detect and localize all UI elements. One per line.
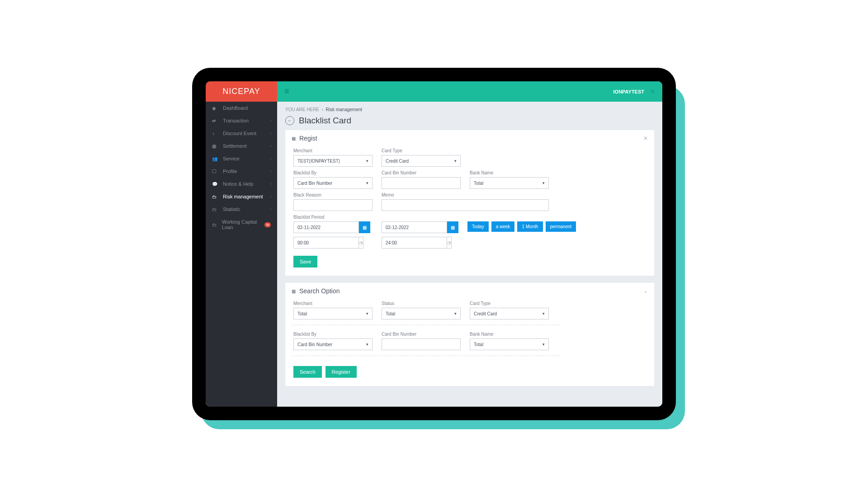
- divider: [292, 325, 560, 325]
- topbar-username[interactable]: IONPAYTEST: [613, 89, 644, 94]
- chevron-down-icon[interactable]: ⌄: [643, 288, 648, 294]
- search-bank-name-select[interactable]: Total: [470, 338, 549, 350]
- sidebar-item-label: Transaction: [223, 118, 249, 123]
- sidebar-item-transaction[interactable]: ⇄ Transaction ‹: [206, 114, 277, 127]
- card-type-label: Card Type: [382, 148, 461, 153]
- sidebar-item-label: Settlement: [223, 143, 247, 149]
- search-blacklist-by-label: Blacklist By: [293, 332, 373, 337]
- date-to-input[interactable]: [382, 221, 447, 233]
- sidebar-item-working-capital-loan[interactable]: 🗀 Working Capital Loan N: [206, 216, 277, 234]
- sidebar-item-risk-management[interactable]: 🗀 Risk management ‹: [206, 190, 277, 203]
- main-area: ≡ IONPAYTEST ⚙ YOU ARE HERE › Risk manag…: [277, 81, 662, 407]
- merchant-label: Merchant: [293, 148, 373, 153]
- sidebar-item-label: Working Capital Loan: [222, 219, 262, 230]
- chevron-left-icon: ‹: [270, 182, 272, 186]
- sidebar-item-label: DashBoard: [223, 105, 248, 111]
- blacklist-by-label: Blacklist By: [293, 170, 373, 175]
- memo-label: Memo: [382, 192, 549, 197]
- black-reason-input[interactable]: [293, 199, 373, 211]
- search-card-type-label: Card Type: [470, 301, 549, 306]
- card-type-select[interactable]: Credit Card: [382, 155, 461, 167]
- chevron-left-icon: ‹: [270, 194, 272, 199]
- clock-icon: ◔: [447, 237, 452, 249]
- sidebar-item-notice-help[interactable]: 💬 Notice & Help ‹: [206, 178, 277, 190]
- date-from-input[interactable]: [293, 221, 359, 233]
- search-card-bin-number-label: Card Bin Number: [382, 332, 461, 337]
- breadcrumb-prefix: YOU ARE HERE: [285, 107, 319, 112]
- time-to-input[interactable]: [382, 237, 447, 249]
- sidebar-item-label: Service: [223, 156, 240, 161]
- folder-icon: 🗀: [212, 207, 218, 212]
- bank-name-select[interactable]: Total: [470, 177, 549, 189]
- sidebar-item-label: Notice & Help: [223, 181, 253, 187]
- bank-name-label: Bank Name: [470, 170, 549, 175]
- blacklist-by-select[interactable]: Card Bin Number: [293, 177, 373, 189]
- time-from-input[interactable]: [293, 237, 359, 249]
- permanent-button[interactable]: permanent: [546, 221, 576, 232]
- register-button[interactable]: Register: [326, 366, 357, 378]
- calendar-icon: ▦: [212, 144, 218, 149]
- search-panel-header: ▦ Search Option ⌄: [285, 283, 654, 299]
- search-merchant-select[interactable]: Total: [293, 308, 373, 319]
- calendar-from-button[interactable]: ▦: [359, 221, 370, 233]
- folder-icon: 🗀: [212, 222, 217, 227]
- search-card-type-select[interactable]: Credit Card: [470, 308, 549, 319]
- sidebar-item-discount-event[interactable]: ⫞ Discount Event ‹: [206, 127, 277, 140]
- sidebar-item-service[interactable]: 👥 Service ‹: [206, 152, 277, 165]
- breadcrumb-current: Risk management: [326, 107, 362, 112]
- sidebar-item-profile[interactable]: 🖵 Profile ‹: [206, 165, 277, 178]
- regist-panel-title: Regist: [299, 135, 317, 142]
- transaction-icon: ⇄: [212, 118, 218, 123]
- chevron-left-icon: ‹: [270, 156, 272, 161]
- search-option-panel: ▦ Search Option ⌄ Merchant Total Status …: [285, 283, 654, 386]
- one-month-button[interactable]: 1 Month: [517, 221, 542, 232]
- app-screen: NICEPAY ◉ DashBoard ⇄ Transaction ‹ ⫞ Di…: [206, 81, 662, 407]
- search-status-select[interactable]: Total: [382, 308, 461, 319]
- folder-icon: 🗀: [212, 194, 218, 199]
- card-bin-number-label: Card Bin Number: [382, 170, 461, 175]
- black-reason-label: Black Reason: [293, 192, 373, 197]
- search-status-label: Status: [382, 301, 461, 306]
- close-icon[interactable]: ✕: [643, 135, 648, 141]
- sidebar-item-statistic[interactable]: 🗀 Statistic ‹: [206, 203, 277, 216]
- search-card-bin-number-input[interactable]: [382, 338, 461, 350]
- page-title: Blacklist Card: [299, 116, 351, 126]
- calendar-to-button[interactable]: ▦: [447, 221, 458, 233]
- gear-icon[interactable]: ⚙: [651, 89, 655, 94]
- users-icon: 👥: [212, 156, 218, 161]
- today-button[interactable]: Today: [467, 221, 489, 232]
- a-week-button[interactable]: a week: [491, 221, 515, 232]
- search-blacklist-by-select[interactable]: Card Bin Number: [293, 338, 373, 350]
- topbar: ≡ IONPAYTEST ⚙: [277, 81, 662, 102]
- sidebar: NICEPAY ◉ DashBoard ⇄ Transaction ‹ ⫞ Di…: [206, 81, 277, 407]
- card-bin-number-input[interactable]: [382, 177, 461, 189]
- save-button[interactable]: Save: [293, 256, 317, 267]
- sidebar-item-dashboard[interactable]: ◉ DashBoard: [206, 102, 277, 114]
- merchant-select[interactable]: TEST(IONPAYTEST): [293, 155, 373, 167]
- memo-input[interactable]: [382, 199, 549, 211]
- dashboard-icon: ◉: [212, 106, 218, 111]
- chevron-left-icon: ‹: [270, 131, 272, 136]
- search-bank-name-label: Bank Name: [470, 332, 549, 337]
- sidebar-item-label: Statistic: [223, 206, 241, 212]
- back-button[interactable]: ←: [285, 116, 294, 125]
- search-button[interactable]: Search: [293, 366, 322, 378]
- search-merchant-label: Merchant: [293, 301, 373, 306]
- clock-icon: ◔: [359, 237, 363, 249]
- content: ▦ Regist ✕ Merchant TEST(IONPAYTEST) Car…: [277, 130, 662, 407]
- comment-icon: 💬: [212, 182, 218, 187]
- sidebar-item-label: Profile: [223, 169, 237, 174]
- hamburger-icon[interactable]: ≡: [284, 87, 289, 96]
- sidebar-item-label: Risk management: [223, 194, 263, 199]
- chevron-left-icon: ‹: [270, 207, 272, 211]
- chart-icon: ⫞: [212, 131, 218, 136]
- brand-logo: NICEPAY: [206, 81, 277, 102]
- chevron-left-icon: ‹: [270, 118, 272, 123]
- sidebar-item-settlement[interactable]: ▦ Settlement ‹: [206, 140, 277, 152]
- chevron-left-icon: ‹: [270, 144, 272, 148]
- grid-icon: ▦: [292, 136, 296, 141]
- regist-panel-header: ▦ Regist ✕: [285, 130, 654, 146]
- sidebar-item-label: Discount Event: [223, 131, 256, 136]
- breadcrumb: YOU ARE HERE › Risk management: [285, 107, 654, 112]
- regist-panel: ▦ Regist ✕ Merchant TEST(IONPAYTEST) Car…: [285, 130, 654, 276]
